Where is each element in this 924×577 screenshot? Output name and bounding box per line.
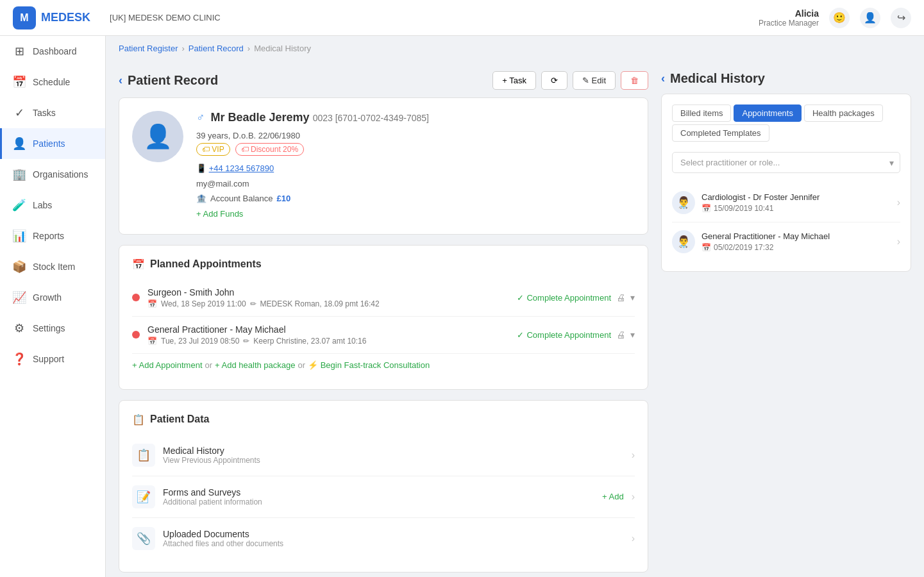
sep-1: or [205, 360, 213, 370]
sidebar-label-labs: Labs [33, 200, 52, 210]
forms-add-button[interactable]: + Add [602, 492, 624, 501]
medical-history-card: Billed items Appointments Health package… [661, 94, 911, 272]
sidebar-item-patients[interactable]: 👤Patients [0, 128, 105, 159]
content-area: ‹ Patient Record + Task ⟳ ✎ Edit 🗑 [106, 61, 924, 577]
forms-sub: Additional patient information [163, 498, 594, 506]
sidebar-icon-growth: 📈 [12, 290, 26, 305]
delete-icon: 🗑 [630, 76, 639, 85]
add-funds-button[interactable]: + Add Funds [196, 206, 635, 221]
patient-info: 👤 ♂ Mr Beadle Jeremy 0023 [6701-0702-434… [132, 111, 635, 221]
add-task-button[interactable]: + Task [492, 71, 536, 90]
medical-history-chevron: › [632, 449, 635, 461]
breadcrumb-medical-history: Medical History [254, 44, 311, 53]
sidebar-item-reports[interactable]: 📊Reports [0, 221, 105, 251]
medical-history-sub: View Previous Appointments [163, 456, 624, 465]
data-row-medical-history[interactable]: 📋 Medical History View Previous Appointm… [132, 435, 635, 476]
refresh-button[interactable]: ⟳ [541, 71, 567, 90]
breadcrumb-sep-1: › [182, 44, 185, 53]
appt-entry-name-1: Cardiologist - Dr Foster Jennifer [701, 192, 891, 202]
patient-record-panel: ‹ Patient Record + Task ⟳ ✎ Edit 🗑 [119, 61, 648, 577]
gender-icon: ♂ [196, 111, 205, 124]
add-health-link[interactable]: + Add health package [215, 360, 295, 370]
sidebar-item-organisations[interactable]: 🏢Organisations [0, 159, 105, 190]
tab-appointments[interactable]: Appointments [734, 105, 802, 122]
person-icon[interactable]: 👤 [860, 8, 880, 28]
appt-date-2: Tue, 23 Jul 2019 08:50 [161, 337, 239, 346]
forms-icon: 📝 [132, 485, 155, 508]
dropdown-btn-1[interactable]: ▾ [630, 292, 635, 303]
medical-history-title: Medical History [163, 446, 624, 456]
medical-history-tabs: Billed items Appointments Health package… [672, 105, 900, 142]
panel-header: ‹ Patient Record + Task ⟳ ✎ Edit 🗑 [119, 61, 648, 97]
sidebar-icon-support: ❓ [12, 352, 26, 366]
appt-info-2: General Practitioner - May Michael 📅 Tue… [147, 324, 509, 346]
medical-history-info: Medical History View Previous Appointmen… [163, 446, 624, 465]
sidebar-label-support: Support [33, 354, 64, 364]
print-btn-2[interactable]: 🖨 [616, 330, 625, 340]
logo[interactable]: M MEDESK [13, 6, 90, 29]
sidebar-item-support[interactable]: ❓Support [0, 344, 105, 374]
tab-completed-templates[interactable]: Completed Templates [672, 124, 769, 142]
appt-entry-info-2: General Practitioner - May Michael 📅 05/… [701, 231, 891, 252]
tab-billed-items[interactable]: Billed items [672, 105, 731, 122]
edit-button[interactable]: ✎ Edit [573, 71, 616, 90]
planned-appointments-title: Planned Appointments [150, 258, 262, 270]
print-btn-1[interactable]: 🖨 [616, 292, 625, 303]
planned-appointments-card: 📅 Planned Appointments Surgeon - Smith J… [119, 245, 648, 390]
sidebar-item-growth[interactable]: 📈Growth [0, 282, 105, 313]
delete-button[interactable]: 🗑 [621, 71, 648, 90]
appt-entry-2[interactable]: 👨‍⚕️ General Practitioner - May Michael … [672, 222, 900, 261]
documents-icon: 📎 [132, 527, 155, 550]
appt-location-2: ✏ [243, 337, 249, 346]
sidebar-icon-stock-item: 📦 [12, 260, 26, 274]
tab-health-packages[interactable]: Health packages [804, 105, 883, 122]
complete-appt-btn-2[interactable]: ✓ Complete Appointment [517, 330, 611, 340]
add-appointment-link[interactable]: + Add Appointment [132, 360, 203, 370]
sidebar-item-dashboard[interactable]: ⊞Dashboard [0, 36, 105, 67]
sidebar-item-labs[interactable]: 🧪Labs [0, 190, 105, 221]
appt-avatar-1: 👨‍⚕️ [672, 191, 695, 214]
patient-data-icon: 📋 [132, 414, 145, 426]
sidebar-label-schedule: Schedule [33, 77, 70, 87]
patient-age: 39 years, D.o.B. 22/06/1980 [196, 128, 635, 143]
appt-chevron-2: › [897, 236, 900, 247]
data-row-documents[interactable]: 📎 Uploaded Documents Attached files and … [132, 518, 635, 559]
patient-phone[interactable]: +44 1234 567890 [209, 163, 274, 173]
patient-info-card: 👤 ♂ Mr Beadle Jeremy 0023 [6701-0702-434… [119, 97, 648, 235]
sidebar: ⊞Dashboard📅Schedule✓Tasks👤Patients🏢Organ… [0, 36, 106, 577]
complete-appt-btn-1[interactable]: ✓ Complete Appointment [517, 293, 611, 303]
sidebar-item-settings[interactable]: ⚙Settings [0, 313, 105, 344]
forms-info: Forms and Surveys Additional patient inf… [163, 487, 594, 506]
signout-icon[interactable]: ↪ [891, 8, 911, 28]
forms-title: Forms and Surveys [163, 487, 594, 498]
patient-full-name: Mr Beadle Jeremy [211, 111, 310, 124]
panel-actions: + Task ⟳ ✎ Edit 🗑 [492, 71, 648, 90]
appt-location-1: ✏ [250, 299, 256, 308]
appointment-row-1: Surgeon - Smith John 📅 Wed, 18 Sep 2019 … [132, 280, 635, 317]
sidebar-icon-organisations: 🏢 [12, 167, 26, 181]
data-row-forms[interactable]: 📝 Forms and Surveys Additional patient i… [132, 476, 635, 518]
sidebar-label-growth: Growth [33, 292, 62, 303]
documents-title: Uploaded Documents [163, 529, 624, 539]
emoji-icon[interactable]: 🙂 [829, 8, 850, 28]
med-back-arrow[interactable]: ‹ [661, 72, 665, 85]
edit-label: ✎ Edit [582, 76, 606, 85]
user-info: Alicia Practice Manager [759, 8, 819, 28]
balance-icon: 🏦 [196, 191, 206, 206]
sidebar-item-tasks[interactable]: ✓Tasks [0, 97, 105, 128]
topbar: M MEDESK [UK] MEDESK DEMO CLINIC Alicia … [0, 0, 924, 36]
dropdown-btn-2[interactable]: ▾ [630, 330, 635, 340]
patient-balance: 🏦 Account Balance £10 [196, 191, 635, 206]
breadcrumb-patient-register[interactable]: Patient Register [119, 44, 178, 53]
practitioner-select[interactable]: Select practitioner or role... [672, 152, 900, 173]
begin-fast-link[interactable]: ⚡ Begin Fast-track Consultation [308, 360, 430, 370]
medical-history-panel: ‹ Medical History Billed items Appointme… [661, 61, 911, 577]
logo-icon: M [13, 6, 36, 29]
sidebar-item-stock-item[interactable]: 📦Stock Item [0, 251, 105, 282]
sidebar-label-settings: Settings [33, 323, 65, 333]
appt-entry-1[interactable]: 👨‍⚕️ Cardiologist - Dr Foster Jennifer 📅… [672, 183, 900, 222]
breadcrumb-patient-record[interactable]: Patient Record [189, 44, 244, 53]
sidebar-item-schedule[interactable]: 📅Schedule [0, 67, 105, 97]
back-arrow[interactable]: ‹ [119, 74, 122, 87]
main-content: Patient Register › Patient Record › Medi… [106, 36, 924, 577]
